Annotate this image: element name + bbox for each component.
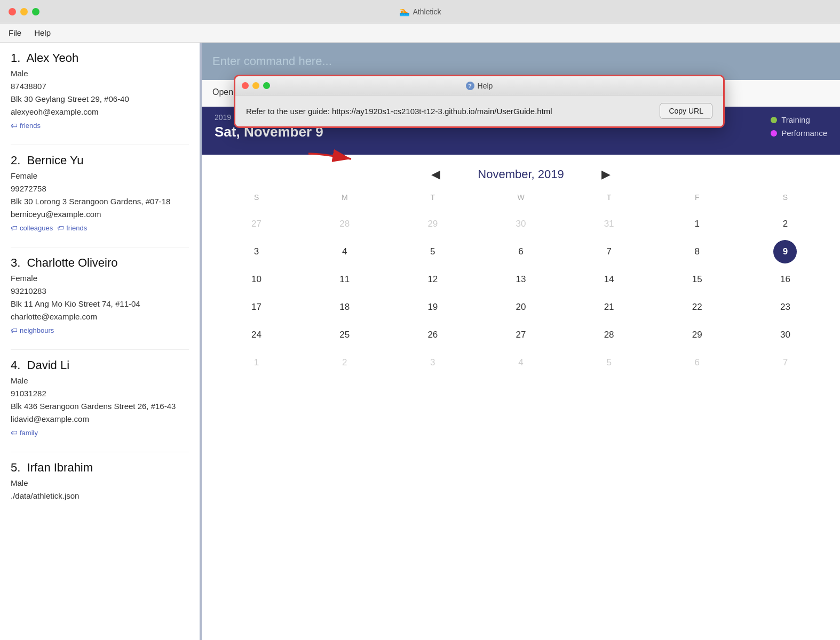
day-cell[interactable]: 27 (245, 212, 268, 236)
person-tags: 🏷 friends (11, 122, 189, 130)
minimize-button[interactable] (20, 8, 28, 15)
day-cell[interactable]: 23 (773, 295, 797, 319)
cal-legend: Training Performance (771, 113, 827, 138)
list-item: 3. Charlotte Oliveiro Female 93210283 Bl… (11, 256, 189, 334)
day-cell[interactable]: 3 (245, 240, 268, 263)
day-cell[interactable]: 13 (509, 268, 533, 291)
person-gender: Female (11, 272, 189, 285)
arrow-indicator (306, 138, 359, 172)
menu-file[interactable]: File (9, 28, 21, 37)
day-cell[interactable]: 7 (597, 240, 621, 263)
day-cell[interactable]: 5 (597, 351, 621, 374)
list-item: 1. Alex Yeoh Male 87438807 Blk 30 Geylan… (11, 51, 189, 130)
help-min-button[interactable] (252, 82, 259, 89)
tag-icon: 🏷 (57, 224, 64, 232)
day-cell[interactable]: 6 (685, 351, 709, 374)
day-cell[interactable]: 29 (685, 323, 709, 347)
tag-icon: 🏷 (11, 429, 18, 437)
close-button[interactable] (9, 8, 16, 15)
day-cell[interactable]: 4 (333, 240, 356, 263)
tag-item: 🏷 family (11, 429, 38, 437)
tag-icon: 🏷 (11, 122, 18, 130)
day-cell[interactable]: 21 (597, 295, 621, 319)
day-cell[interactable]: 12 (421, 268, 445, 291)
help-dialog: ? Help Refer to the user guide: https://… (234, 75, 725, 128)
calendar-section: 2019 Sat, November 9 Training Performanc… (202, 107, 840, 640)
help-body: Refer to the user guide: https://ay1920s… (235, 95, 723, 126)
day-cell[interactable]: 8 (685, 240, 709, 263)
day-cell[interactable]: 6 (509, 240, 533, 263)
maximize-button[interactable] (32, 8, 39, 15)
day-header-m: M (300, 189, 389, 206)
day-cell[interactable]: 18 (333, 295, 356, 319)
day-cell[interactable]: 29 (421, 212, 445, 236)
person-name: 5. Irfan Ibrahim (11, 461, 189, 475)
day-cell[interactable]: 1 (685, 212, 709, 236)
window-controls (9, 8, 39, 15)
day-cell[interactable]: 28 (333, 212, 356, 236)
person-phone: 87438807 (11, 80, 189, 93)
day-cell[interactable]: 25 (333, 323, 356, 347)
day-cell[interactable]: 27 (509, 323, 533, 347)
day-cell[interactable]: 5 (421, 240, 445, 263)
help-close-button[interactable] (242, 82, 249, 89)
left-panel: 1. Alex Yeoh Male 87438807 Blk 30 Geylan… (0, 43, 202, 640)
help-title: ? Help (466, 82, 493, 90)
day-header-w: W (477, 189, 565, 206)
day-cell[interactable]: 9 (773, 240, 797, 263)
performance-dot (771, 130, 777, 137)
person-name: 4. David Li (11, 358, 189, 372)
tag-item: 🏷 neighbours (11, 326, 54, 334)
calendar-grid: S M T W T F S 27282930311234567891011121… (202, 189, 840, 640)
copy-url-button[interactable]: Copy URL (660, 103, 712, 119)
day-cell[interactable]: 14 (597, 268, 621, 291)
day-cell[interactable]: 30 (509, 212, 533, 236)
day-cell[interactable]: 2 (773, 212, 797, 236)
day-header-t2: T (565, 189, 653, 206)
day-cell[interactable]: 4 (509, 351, 533, 374)
menu-help[interactable]: Help (34, 28, 51, 37)
day-cell[interactable]: 28 (597, 323, 621, 347)
day-cell[interactable]: 15 (685, 268, 709, 291)
tag-icon: 🏷 (11, 224, 18, 232)
help-body-text: Refer to the user guide: https://ay1920s… (246, 107, 652, 116)
person-address: Blk 11 Ang Mo Kio Street 74, #11-04 (11, 298, 189, 310)
day-cell[interactable]: 31 (597, 212, 621, 236)
day-header-s2: S (741, 189, 829, 206)
day-header-s1: S (212, 189, 300, 206)
legend-training-label: Training (781, 115, 810, 124)
person-email: lidavid@example.com (11, 413, 189, 426)
help-window-controls (242, 82, 270, 89)
person-name: 1. Alex Yeoh (11, 51, 189, 65)
day-cell[interactable]: 16 (773, 268, 797, 291)
day-cell[interactable]: 7 (773, 351, 797, 374)
day-cell[interactable]: 26 (421, 323, 445, 347)
day-cell[interactable]: 24 (245, 323, 268, 347)
day-cell[interactable]: 10 (245, 268, 268, 291)
person-gender: Male (11, 477, 189, 490)
list-item: 4. David Li Male 91031282 Blk 436 Serang… (11, 358, 189, 437)
legend-performance-label: Performance (781, 129, 827, 138)
day-cell[interactable]: 2 (333, 351, 356, 374)
person-email: alexyeoh@example.com (11, 106, 189, 118)
person-address: Blk 30 Geylang Street 29, #06-40 (11, 93, 189, 106)
day-cell[interactable]: 20 (509, 295, 533, 319)
day-cell[interactable]: 1 (245, 351, 268, 374)
command-input[interactable] (212, 54, 829, 68)
help-dialog-wrapper: ? Help Refer to the user guide: https://… (234, 75, 725, 128)
day-cell[interactable]: 17 (245, 295, 268, 319)
prev-month-button[interactable]: ◀ (426, 165, 446, 183)
day-cell[interactable]: 30 (773, 323, 797, 347)
right-panel: Opened help window. ? Help Refer (202, 43, 840, 640)
legend-training: Training (771, 115, 827, 124)
person-email: berniceyu@example.com (11, 208, 189, 221)
day-cell[interactable]: 19 (421, 295, 445, 319)
day-cell[interactable]: 11 (333, 268, 356, 291)
next-month-button[interactable]: ▶ (596, 165, 616, 183)
app-title: 🏊 Athletick (399, 6, 441, 17)
day-cell[interactable]: 22 (685, 295, 709, 319)
main-layout: 1. Alex Yeoh Male 87438807 Blk 30 Geylan… (0, 43, 840, 640)
menu-bar: File Help (0, 23, 840, 43)
day-cell[interactable]: 3 (421, 351, 445, 374)
help-max-button[interactable] (263, 82, 270, 89)
